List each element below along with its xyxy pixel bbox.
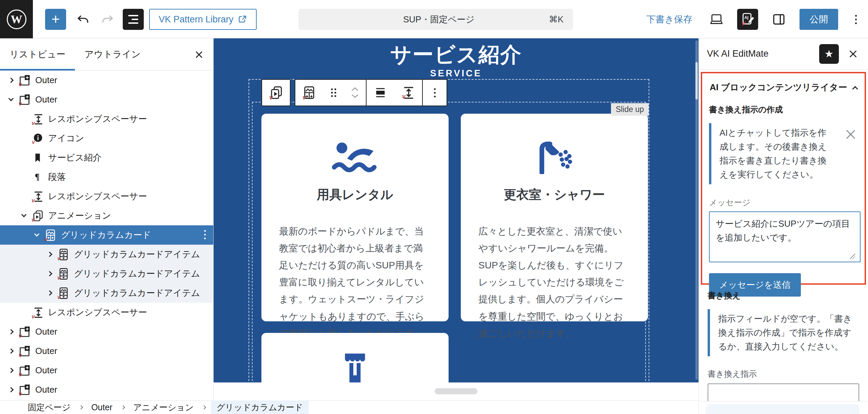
panel-title: VK AI EditMate <box>707 49 769 59</box>
resize-handle[interactable] <box>435 388 477 394</box>
pin-panel-button[interactable]: ★ <box>819 44 839 64</box>
expand-chevron[interactable] <box>5 99 17 100</box>
block-label: グリッドカラムカードアイテム <box>74 268 200 280</box>
animation-block-icon: V <box>269 86 283 100</box>
grid-column-card-item[interactable] <box>261 333 449 382</box>
list-view-row[interactable]: VOuter <box>0 90 213 109</box>
grid-column-card-item[interactable]: 用具レンタル最新のボードからパドルまで、当教室では初心者から上級者まで満足いただ… <box>261 114 449 321</box>
grid-card-block-type-button[interactable]: V <box>295 80 323 106</box>
expand-chevron[interactable] <box>5 349 17 353</box>
block-label: レスポンシブスペーサー <box>48 306 147 318</box>
settings-sidebar-toggle-button[interactable] <box>768 9 789 30</box>
close-icon <box>195 50 203 59</box>
list-view-toggle-button[interactable] <box>123 9 144 30</box>
list-view-row[interactable]: Vアニメーション <box>0 206 213 225</box>
list-view-row[interactable]: VOuter <box>0 361 213 380</box>
list-view-row[interactable]: Vアイコン <box>0 129 213 148</box>
preview-button[interactable] <box>706 9 727 30</box>
breadcrumb-item[interactable]: アニメーション <box>130 400 197 414</box>
expand-chevron[interactable] <box>5 369 17 372</box>
list-view-row[interactable]: VOuter <box>0 380 213 399</box>
canvas-scrollbar[interactable] <box>695 40 698 380</box>
vk-pattern-library-button[interactable]: VK Pattern Library <box>149 9 257 30</box>
expand-chevron[interactable] <box>5 78 17 82</box>
list-view-row[interactable]: Vグリッドカラムカードアイテム <box>0 283 213 303</box>
list-view-row[interactable]: Vレスポンシブスペーサー <box>0 187 213 206</box>
message-label: メッセージ <box>709 197 858 208</box>
breadcrumb-item[interactable]: 固定ページ <box>24 400 74 414</box>
outer-block-icon: V <box>17 326 33 338</box>
tab-list-view[interactable]: リストビュー <box>0 38 75 70</box>
publish-button[interactable]: 公開 <box>800 9 838 30</box>
expand-chevron[interactable] <box>5 330 17 334</box>
responsive-spacer-button[interactable]: V <box>394 80 422 106</box>
message-input[interactable]: サービス紹介にSUPツアーの項目を追加したいです。 <box>709 211 861 262</box>
section-subheading[interactable]: SERVICE <box>214 68 698 79</box>
list-view-row[interactable]: サービス紹介 <box>0 148 213 167</box>
list-view-row[interactable]: VOuter <box>0 322 213 341</box>
editor-canvas[interactable]: サービス紹介 SERVICE Slide up V <box>214 38 698 400</box>
expand-chevron[interactable] <box>18 215 30 217</box>
expand-chevron[interactable] <box>43 252 56 256</box>
list-view-row[interactable]: Vグリッドカラムカード <box>0 225 213 245</box>
select-parent-animation-button[interactable]: V <box>261 79 291 106</box>
undo-button[interactable] <box>73 9 93 30</box>
row-options-button[interactable] <box>204 230 206 239</box>
align-wide-button[interactable] <box>367 80 394 106</box>
svg-text:V: V <box>44 237 48 241</box>
document-command-bar[interactable]: SUP・固定ページ ⌘K <box>298 9 573 30</box>
textarea-resize-grip[interactable] <box>850 253 855 259</box>
block-label: レスポンシブスペーサー <box>48 113 147 125</box>
external-link-icon <box>238 15 247 24</box>
options-icon <box>434 88 436 97</box>
section-heading[interactable]: サービス紹介 <box>214 40 698 69</box>
list-view-row[interactable]: VOuter <box>0 71 213 90</box>
execute-button-peek <box>706 404 860 414</box>
panel-close-button[interactable] <box>846 47 860 61</box>
move-up-icon[interactable] <box>351 87 359 92</box>
list-view-close-button[interactable] <box>191 46 207 63</box>
svg-text:V: V <box>19 372 22 376</box>
ai-rewriter-section-header[interactable]: AI ブロックコンテンツリライター <box>709 79 858 93</box>
wide-width-icon <box>374 86 387 99</box>
expand-chevron[interactable] <box>43 291 56 295</box>
list-view-row[interactable]: ¶段落 <box>0 167 213 187</box>
list-view-row[interactable]: VOuter <box>0 341 213 361</box>
vk-ai-editmate-toggle-button[interactable]: A| V <box>737 9 758 30</box>
list-view-row[interactable]: Vレスポンシブスペーサー <box>0 303 213 322</box>
svg-text:V: V <box>32 314 35 318</box>
block-label: Outer <box>35 94 57 105</box>
svg-text:V: V <box>402 94 406 99</box>
wordpress-menu-button[interactable]: W <box>0 0 33 38</box>
block-label: レスポンシブスペーサー <box>48 190 147 202</box>
block-label: アニメーション <box>48 210 111 222</box>
save-draft-button[interactable]: 下書き保存 <box>643 13 696 25</box>
tab-outline[interactable]: アウトライン <box>75 38 150 70</box>
expand-chevron[interactable] <box>5 388 17 392</box>
editor-topbar: W + VK Pattern Library <box>0 0 868 38</box>
expand-chevron[interactable] <box>43 272 56 276</box>
svg-text:V: V <box>19 101 22 106</box>
move-down-icon[interactable] <box>351 94 359 98</box>
block-label: グリッドカラムカードアイテム <box>74 287 200 299</box>
notice-dismiss-button[interactable] <box>845 129 856 182</box>
add-block-button[interactable]: + <box>45 9 66 30</box>
grid-column-card-item[interactable]: 更衣室・シャワー広々とした更衣室と、清潔で使いやすいシャワールームを完備。SUP… <box>461 114 648 321</box>
list-view-row[interactable]: Vレスポンシブスペーサー <box>0 109 213 129</box>
expand-chevron[interactable] <box>31 234 43 236</box>
list-view-row[interactable]: Vグリッドカラムカードアイテム <box>0 245 213 264</box>
drag-handle[interactable] <box>323 80 344 106</box>
vk-ai-editmate-panel: VK AI EditMate ★ AI ブロックコンテンツリライター 書き換え指… <box>698 38 868 414</box>
close-icon <box>848 49 858 59</box>
block-options-button[interactable] <box>423 80 447 106</box>
vk-ai-editmate-icon: A| V <box>740 12 755 27</box>
block-label: Outer <box>35 326 57 337</box>
breadcrumb-item[interactable]: Outer <box>88 401 116 414</box>
redo-button[interactable] <box>98 9 117 30</box>
options-menu-button[interactable] <box>848 9 863 30</box>
drag-handle-icon <box>329 87 339 98</box>
svg-text:V: V <box>57 256 61 260</box>
breadcrumb-item[interactable]: グリッドカラムカード <box>211 400 308 414</box>
shower-icon <box>478 139 630 174</box>
list-view-row[interactable]: Vグリッドカラムカードアイテム <box>0 264 213 283</box>
